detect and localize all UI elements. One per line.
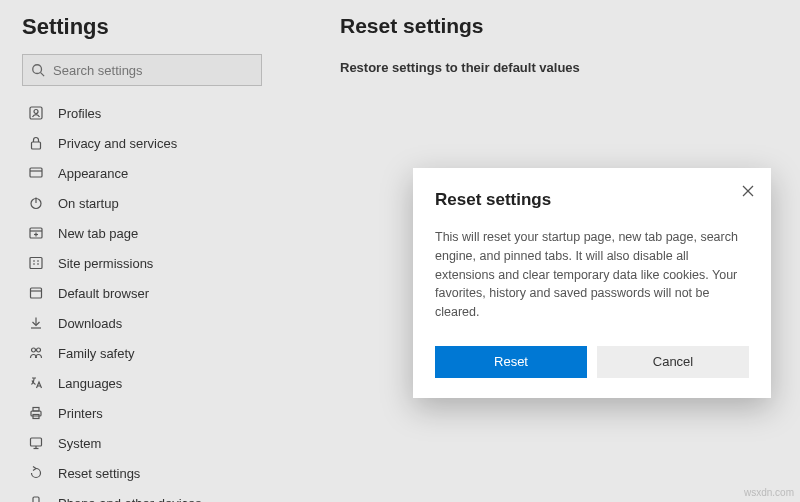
sidebar-item-label: Printers [58, 406, 103, 421]
sidebar-item-label: Site permissions [58, 256, 153, 271]
dialog-title: Reset settings [435, 190, 749, 210]
sidebar-item-label: Default browser [58, 286, 149, 301]
system-icon [28, 435, 44, 451]
sidebar-item-privacy[interactable]: Privacy and services [22, 128, 295, 158]
dialog-actions: Reset Cancel [435, 346, 749, 378]
sidebar-item-label: Phone and other devices [58, 496, 202, 503]
download-icon [28, 315, 44, 331]
svg-rect-25 [33, 408, 39, 412]
default-browser-icon [28, 285, 44, 301]
svg-point-22 [32, 348, 36, 352]
page-title: Reset settings [340, 14, 780, 38]
settings-sidebar: Settings Profiles Privacy and services [0, 0, 295, 502]
close-icon [742, 185, 754, 197]
settings-nav: Profiles Privacy and services Appearance [22, 98, 295, 502]
sidebar-item-label: New tab page [58, 226, 138, 241]
svg-line-1 [41, 73, 45, 77]
sidebar-item-languages[interactable]: Languages [22, 368, 295, 398]
search-container[interactable] [22, 54, 262, 86]
sidebar-item-label: Privacy and services [58, 136, 177, 151]
phone-icon [28, 495, 44, 502]
svg-point-3 [34, 110, 38, 114]
power-icon [28, 195, 44, 211]
svg-point-23 [37, 348, 41, 352]
sidebar-item-label: On startup [58, 196, 119, 211]
sidebar-item-label: Reset settings [58, 466, 140, 481]
settings-heading: Settings [22, 14, 295, 40]
reset-settings-dialog: Reset settings This will reset your star… [413, 168, 771, 398]
sidebar-item-label: Profiles [58, 106, 101, 121]
reset-icon [28, 465, 44, 481]
lock-icon [28, 135, 44, 151]
permissions-icon [28, 255, 44, 271]
sidebar-item-newtab[interactable]: New tab page [22, 218, 295, 248]
svg-rect-4 [32, 142, 41, 149]
sidebar-item-label: Languages [58, 376, 122, 391]
sidebar-item-family[interactable]: Family safety [22, 338, 295, 368]
dialog-close-button[interactable] [737, 180, 759, 202]
sidebar-item-system[interactable]: System [22, 428, 295, 458]
reset-button[interactable]: Reset [435, 346, 587, 378]
sidebar-item-permissions[interactable]: Site permissions [22, 248, 295, 278]
newtab-icon [28, 225, 44, 241]
cancel-button[interactable]: Cancel [597, 346, 749, 378]
sidebar-item-label: System [58, 436, 101, 451]
svg-rect-30 [33, 497, 39, 502]
svg-rect-27 [31, 438, 42, 446]
svg-rect-5 [30, 168, 42, 177]
profile-icon [28, 105, 44, 121]
sidebar-item-phone[interactable]: Phone and other devices [22, 488, 295, 502]
main-content: Reset settings Restore settings to their… [340, 14, 780, 75]
sidebar-item-label: Family safety [58, 346, 135, 361]
dialog-body: This will reset your startup page, new t… [435, 228, 749, 322]
sidebar-item-reset[interactable]: Reset settings [22, 458, 295, 488]
svg-point-0 [33, 65, 42, 74]
sidebar-item-label: Downloads [58, 316, 122, 331]
sidebar-item-downloads[interactable]: Downloads [22, 308, 295, 338]
sidebar-item-profiles[interactable]: Profiles [22, 98, 295, 128]
watermark: wsxdn.com [744, 487, 794, 498]
appearance-icon [28, 165, 44, 181]
section-heading: Restore settings to their default values [340, 60, 780, 75]
search-icon [31, 63, 45, 77]
sidebar-item-appearance[interactable]: Appearance [22, 158, 295, 188]
search-input[interactable] [53, 63, 253, 78]
sidebar-item-label: Appearance [58, 166, 128, 181]
sidebar-item-default-browser[interactable]: Default browser [22, 278, 295, 308]
svg-rect-13 [30, 258, 42, 269]
languages-icon [28, 375, 44, 391]
sidebar-item-printers[interactable]: Printers [22, 398, 295, 428]
sidebar-item-startup[interactable]: On startup [22, 188, 295, 218]
printer-icon [28, 405, 44, 421]
family-icon [28, 345, 44, 361]
svg-rect-18 [31, 288, 42, 298]
